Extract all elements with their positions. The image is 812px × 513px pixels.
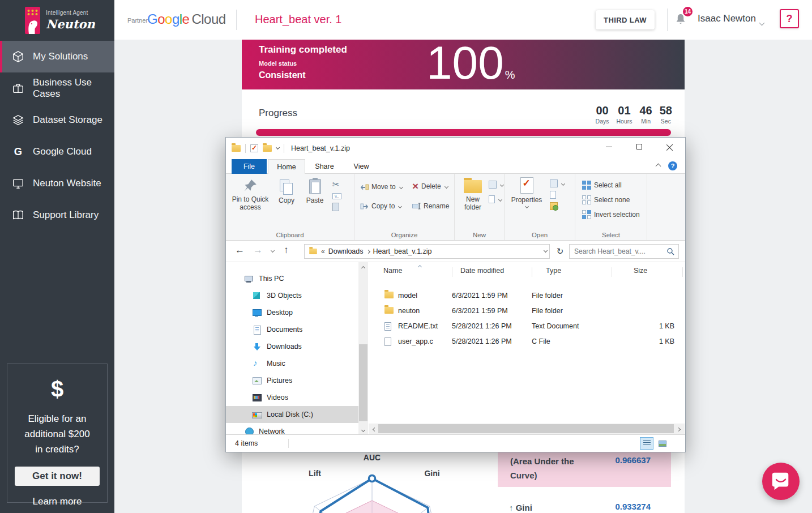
tree-item-videos[interactable]: Videos [226, 389, 358, 406]
properties-button[interactable]: Properties [509, 177, 544, 208]
tree-item-3d-objects[interactable]: 3D Objects [226, 287, 358, 304]
sidebar-item-business-use-cases[interactable]: Business Use Cases [0, 72, 114, 104]
refresh-icon[interactable]: ↻ [553, 244, 567, 259]
scroll-up-icon[interactable] [358, 262, 368, 272]
close-button[interactable] [655, 138, 685, 156]
explorer-title-bar[interactable]: Heart_beat_v.1.zip [226, 138, 685, 159]
collapse-ribbon-icon[interactable] [656, 164, 661, 169]
sidebar-item-support-library[interactable]: Support Library [0, 199, 114, 231]
quick-access-dropdown-icon[interactable] [276, 146, 280, 149]
forward-button[interactable]: → [253, 245, 263, 256]
scrollbar-thumb[interactable] [359, 344, 367, 421]
column-type[interactable]: Type [546, 267, 561, 275]
tree-item-downloads[interactable]: Downloads [226, 338, 358, 355]
rename-button[interactable]: Rename [412, 202, 449, 210]
tree-scrollbar[interactable] [358, 262, 368, 435]
copy-button[interactable]: Copy [273, 178, 300, 204]
file-row-model[interactable]: model 6/3/2021 1:59 PM File folder [369, 288, 685, 303]
copy-to-button[interactable]: Copy to [360, 202, 401, 210]
ribbon-tabs: File Home Share View ? [226, 159, 685, 174]
auc-label-line2: Curve) [510, 468, 574, 482]
scroll-right-icon[interactable] [675, 425, 685, 434]
notification-badge[interactable]: 14 [682, 6, 694, 18]
header-divider-2 [667, 8, 668, 31]
column-size[interactable]: Size [634, 267, 647, 275]
scroll-left-icon[interactable] [369, 425, 378, 434]
explorer-help-icon[interactable]: ? [668, 161, 677, 170]
tree-item-network[interactable]: Network [226, 423, 358, 435]
select-all-button[interactable]: Select all [582, 181, 622, 190]
user-name[interactable]: Isaac Newton [698, 13, 756, 24]
pin-to-quick-access-button[interactable]: Pin to Quick access [229, 178, 271, 211]
tab-home[interactable]: Home [268, 159, 305, 174]
pushpin-icon [243, 178, 258, 193]
up-button[interactable]: ↑ [284, 245, 289, 256]
details-view-button[interactable] [640, 437, 653, 450]
paste-button[interactable]: Paste [301, 178, 329, 204]
invert-selection-button[interactable]: Invert selection [582, 210, 640, 219]
new-item-button[interactable] [489, 195, 502, 203]
edit-icon[interactable] [550, 191, 556, 199]
search-icon[interactable] [666, 247, 674, 255]
tree-item-desktop[interactable]: Desktop [226, 304, 358, 321]
text-doc-icon [384, 322, 391, 331]
cut-icon[interactable]: ✂ [332, 179, 341, 190]
file-explorer-window: Heart_beat_v.1.zip File Home Share View … [225, 137, 686, 452]
breadcrumb-downloads[interactable]: Downloads [328, 247, 364, 255]
pictures-icon [252, 376, 262, 386]
user-chevron-down-icon[interactable] [760, 17, 764, 27]
help-button[interactable]: ? [780, 9, 799, 28]
back-button[interactable]: ← [235, 245, 245, 256]
sidebar-item-google-cloud[interactable]: G Google Cloud [0, 136, 114, 168]
address-box[interactable]: « Downloads Heart_beat_v.1.zip [304, 244, 550, 259]
tree-item-documents[interactable]: Documents [226, 321, 358, 338]
partner-label: Partner [127, 17, 148, 24]
sidebar-item-neuton-website[interactable]: Neuton Website [0, 168, 114, 199]
search-input[interactable] [570, 247, 666, 255]
tree-item-this-pc[interactable]: This PC [226, 270, 358, 287]
recent-locations-icon[interactable] [271, 249, 275, 253]
get-it-now-button[interactable]: Get it now! [15, 467, 100, 486]
training-banner: Training completed Model status Consiste… [242, 40, 685, 89]
file-row-user-app[interactable]: user_app.c 5/28/2021 1:26 PM C File 1 KB [369, 334, 685, 349]
maximize-button[interactable] [624, 138, 655, 156]
open-button[interactable] [550, 179, 565, 187]
sidebar-item-my-solutions[interactable]: My Solutions [0, 41, 114, 72]
history-icon[interactable] [550, 202, 558, 210]
large-icons-view-button[interactable] [656, 437, 669, 450]
tree-item-pictures[interactable]: Pictures [226, 372, 358, 389]
minimize-button[interactable] [593, 138, 624, 156]
file-row-readme[interactable]: README.txt 5/28/2021 1:26 PM Text Docume… [369, 319, 685, 334]
tab-file[interactable]: File [232, 159, 267, 174]
new-folder-button[interactable]: New folder [458, 178, 488, 211]
details-view-icon [643, 440, 651, 447]
column-name[interactable]: Name [383, 267, 402, 275]
third-law-button[interactable]: THIRD LAW [596, 10, 655, 29]
group-open: Open [505, 232, 575, 238]
tab-share[interactable]: Share [306, 159, 343, 174]
learn-more-link[interactable]: Learn more [33, 496, 82, 507]
quick-access-newfolder-icon[interactable] [263, 145, 272, 152]
crumb-collapse-icon[interactable]: « [321, 247, 325, 255]
delete-button[interactable]: × Delete [412, 182, 448, 190]
tab-view[interactable]: View [344, 159, 379, 174]
easy-access-button[interactable] [489, 181, 503, 189]
copy-path-icon[interactable]: \\.. [332, 193, 341, 199]
column-date-modified[interactable]: Date modified [460, 267, 504, 275]
select-none-button[interactable]: Select none [582, 195, 630, 204]
breadcrumb-current[interactable]: Heart_beat_v.1.zip [373, 247, 432, 255]
file-row-neuton[interactable]: neuton 6/3/2021 1:59 PM File folder [369, 303, 685, 319]
tree-item-music[interactable]: Music [226, 355, 358, 372]
sort-arrow-up-icon: ↑ [509, 503, 514, 512]
list-horizontal-scrollbar[interactable] [369, 424, 685, 434]
h-scrollbar-thumb[interactable] [378, 424, 674, 433]
sidebar-item-dataset-storage[interactable]: Dataset Storage [0, 104, 114, 136]
quick-access-properties-icon[interactable] [250, 144, 258, 152]
address-dropdown-icon[interactable] [544, 249, 548, 253]
paste-shortcut-icon[interactable] [332, 203, 339, 211]
chat-widget-button[interactable] [762, 463, 800, 500]
neuton-logo[interactable]: Intelligent Agent Neuton [0, 0, 114, 41]
tree-item-local-disk-c[interactable]: Local Disk (C:) [226, 406, 358, 423]
metric-row-gini[interactable]: ↑ Gini 0.933274 [498, 491, 671, 513]
move-to-button[interactable]: Move to [360, 183, 403, 191]
